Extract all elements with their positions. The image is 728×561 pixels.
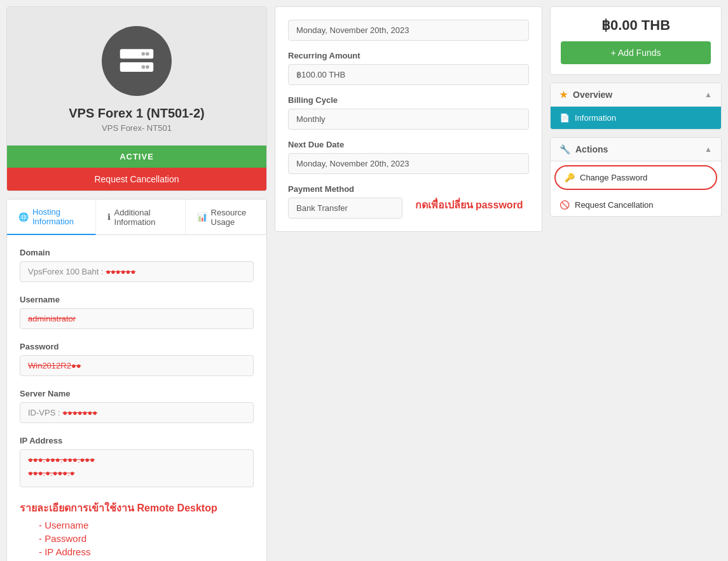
server-svg-icon bbox=[118, 42, 156, 80]
password-label: Password bbox=[20, 342, 254, 351]
server-icon bbox=[102, 26, 172, 96]
ip1-redacted: ●●●.●●●.●●●.●●● bbox=[28, 455, 245, 464]
add-funds-button[interactable]: + Add Funds bbox=[561, 41, 711, 64]
information-label: Information bbox=[575, 113, 616, 123]
tab-hosting-label: Hosting Information bbox=[32, 207, 84, 226]
ip-address-value: ●●●.●●●.●●●.●●● ●●●.●.●●●.● bbox=[20, 449, 254, 487]
billing-cycle-field: Billing Cycle Monthly bbox=[288, 95, 529, 130]
request-cancellation-action[interactable]: 🚫 Request Cancellation bbox=[551, 194, 721, 216]
service-subtitle: VPS Forex- NT501 bbox=[102, 123, 172, 133]
remote-desktop-annotation: รายละเอียดการเข้าใช้งาน Remote Desktop -… bbox=[20, 500, 254, 557]
change-password-label: Change Password bbox=[580, 173, 647, 182]
actions-section-header: 🔧 Actions ▲ bbox=[551, 138, 721, 161]
service-icon-area: VPS Forex 1 (NT501-2) VPS Forex- NT501 bbox=[7, 7, 266, 145]
last-invoice-value: Monday, November 20th, 2023 bbox=[288, 20, 529, 41]
server-name-text: ID-VPS : bbox=[28, 408, 62, 417]
balance-card: ฿0.00 THB + Add Funds bbox=[550, 6, 722, 75]
overview-chevron-icon: ▲ bbox=[704, 90, 712, 99]
password-redacted: Win2012R2●● bbox=[28, 361, 81, 370]
wrench-icon: 🔧 bbox=[560, 144, 570, 154]
svg-point-2 bbox=[146, 52, 149, 56]
server-name-label: Server Name bbox=[20, 389, 254, 398]
actions-header-label: Actions bbox=[575, 144, 608, 154]
request-cancellation-button[interactable]: Request Cancellation bbox=[7, 168, 266, 191]
request-cancellation-action-label: Request Cancellation bbox=[575, 200, 654, 210]
username-hint: - Username bbox=[39, 520, 254, 531]
tab-resource-usage[interactable]: 📊 Resource Usage bbox=[186, 199, 266, 234]
server-name-value: ID-VPS : ●●●●●●● bbox=[20, 402, 254, 423]
service-card: VPS Forex 1 (NT501-2) VPS Forex- NT501 A… bbox=[6, 6, 267, 191]
domain-field: Domain VpsForex 100 Baht : ●●●●●● bbox=[20, 248, 254, 282]
star-icon: ★ bbox=[560, 90, 568, 100]
actions-header-left: 🔧 Actions bbox=[560, 144, 608, 154]
balance-amount: ฿0.00 THB bbox=[561, 17, 711, 34]
remote-desktop-title: รายละเอียดการเข้าใช้งาน Remote Desktop bbox=[20, 500, 254, 516]
domain-value: VpsForex 100 Baht : ●●●●●● bbox=[20, 261, 254, 282]
change-password-action[interactable]: 🔑 Change Password bbox=[554, 165, 717, 190]
overview-section-header: ★ Overview ▲ bbox=[551, 83, 721, 107]
actions-chevron-icon: ▲ bbox=[704, 145, 712, 154]
next-due-field: Next Due Date Monday, November 20th, 202… bbox=[288, 140, 529, 174]
tabs-header: 🌐 Hosting Information ℹ Additional Infor… bbox=[7, 199, 266, 235]
left-panel: VPS Forex 1 (NT501-2) VPS Forex- NT501 A… bbox=[6, 6, 267, 561]
next-due-label: Next Due Date bbox=[288, 140, 529, 149]
tab-additional-label: Additional Information bbox=[114, 208, 174, 227]
status-badge: ACTIVE bbox=[7, 145, 266, 168]
overview-section-body: 📄 Information bbox=[551, 107, 721, 129]
username-label: Username bbox=[20, 295, 254, 304]
service-title: VPS Forex 1 (NT501-2) bbox=[69, 106, 204, 121]
domain-redacted: ●●●●●● bbox=[106, 267, 135, 276]
information-icon: 📄 bbox=[560, 113, 570, 123]
tabs-container: 🌐 Hosting Information ℹ Additional Infor… bbox=[6, 199, 267, 561]
payment-method-field: Payment Method Bank Transfer กดเพื่อเปลี… bbox=[288, 184, 529, 219]
ip2-redacted: ●●●.●.●●●.● bbox=[28, 468, 245, 478]
billing-cycle-label: Billing Cycle bbox=[288, 95, 529, 105]
overview-information-item[interactable]: 📄 Information bbox=[551, 107, 721, 129]
password-field: Password Win2012R2●● bbox=[20, 342, 254, 376]
recurring-label: Recurring Amount bbox=[288, 51, 529, 60]
cancel-icon: 🚫 bbox=[560, 200, 570, 210]
svg-point-5 bbox=[142, 65, 146, 69]
ip-hint: - IP Address bbox=[39, 546, 254, 557]
tab-additional-information[interactable]: ℹ Additional Information bbox=[96, 199, 186, 234]
payment-method-label: Payment Method bbox=[288, 184, 402, 194]
change-password-annotation: กดเพื่อเปลี่ยน password bbox=[415, 197, 530, 213]
username-value: administrator bbox=[20, 308, 254, 329]
svg-point-3 bbox=[142, 52, 146, 56]
next-due-value: Monday, November 20th, 2023 bbox=[288, 153, 529, 174]
ip-address-field: IP Address ●●●.●●●.●●●.●●● ●●●.●.●●●.● bbox=[20, 436, 254, 487]
globe-icon: 🌐 bbox=[18, 212, 29, 222]
recurring-value: ฿100.00 THB bbox=[288, 64, 529, 85]
overview-header-label: Overview bbox=[573, 90, 612, 100]
last-invoice-field: Monday, November 20th, 2023 bbox=[288, 20, 529, 41]
username-redacted: administrator bbox=[28, 314, 76, 323]
recurring-amount-field: Recurring Amount ฿100.00 THB bbox=[288, 51, 529, 85]
payment-method-value: Bank Transfer bbox=[288, 198, 402, 219]
main-area: Monday, November 20th, 2023 Recurring Am… bbox=[275, 6, 542, 561]
server-name-redacted: ●●●●●●● bbox=[62, 408, 97, 417]
domain-label: Domain bbox=[20, 248, 254, 257]
actions-section: 🔧 Actions ▲ 🔑 Change Password 🚫 Request … bbox=[550, 137, 722, 217]
key-icon: 🔑 bbox=[565, 173, 575, 182]
billing-card: Monday, November 20th, 2023 Recurring Am… bbox=[275, 6, 542, 232]
info-icon: ℹ bbox=[107, 212, 111, 222]
svg-point-4 bbox=[146, 65, 149, 69]
actions-list: 🔑 Change Password 🚫 Request Cancellation bbox=[551, 165, 721, 216]
username-field: Username administrator bbox=[20, 295, 254, 329]
domain-text: VpsForex 100 Baht : bbox=[28, 267, 106, 276]
password-value: Win2012R2●● bbox=[20, 355, 254, 376]
right-panel: ฿0.00 THB + Add Funds ★ Overview ▲ 📄 Inf… bbox=[550, 6, 722, 561]
tab-hosting-information[interactable]: 🌐 Hosting Information bbox=[7, 199, 96, 235]
ip-address-label: IP Address bbox=[20, 436, 254, 445]
tab-resource-label: Resource Usage bbox=[211, 208, 254, 227]
server-name-field: Server Name ID-VPS : ●●●●●●● bbox=[20, 389, 254, 423]
overview-section: ★ Overview ▲ 📄 Information bbox=[550, 83, 722, 130]
billing-cycle-value: Monthly bbox=[288, 109, 529, 130]
tab-content: Domain VpsForex 100 Baht : ●●●●●● Userna… bbox=[7, 235, 266, 561]
password-hint: - Password bbox=[39, 533, 254, 544]
overview-header-left: ★ Overview bbox=[560, 90, 612, 100]
chart-icon: 📊 bbox=[197, 212, 207, 222]
